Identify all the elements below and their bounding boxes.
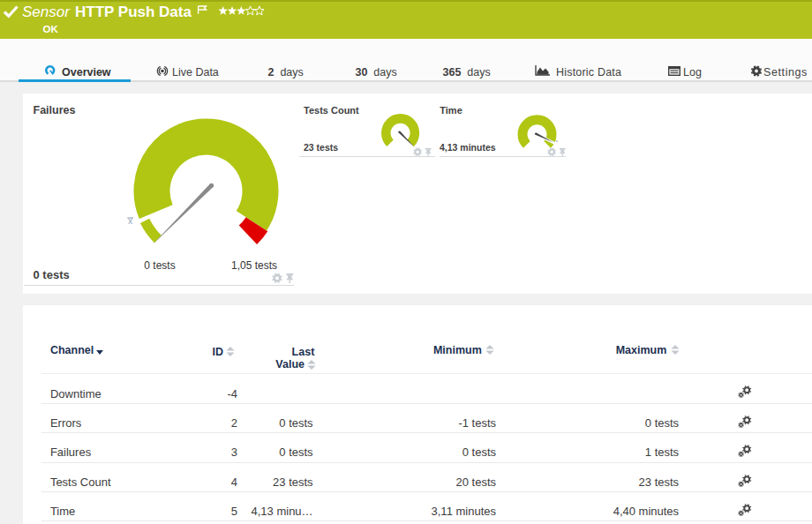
svg-text:x: x: [128, 215, 133, 226]
